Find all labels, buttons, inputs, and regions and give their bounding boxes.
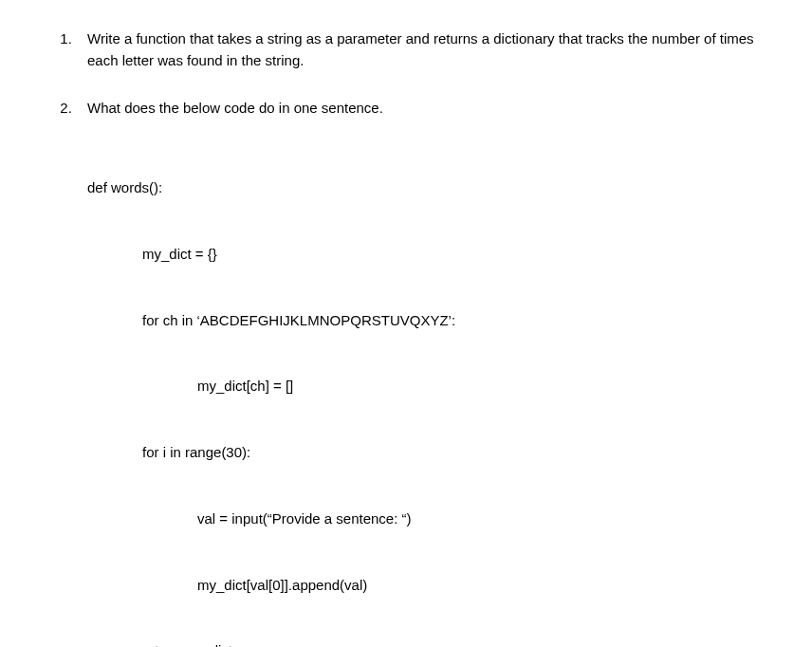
code-line: return my_dict [87, 639, 765, 647]
code-line: def words(): [87, 176, 765, 198]
question-item-2: What does the below code do in one sente… [76, 98, 765, 647]
code-line: my_dict = {} [87, 243, 765, 265]
question-list: Write a function that takes a string as … [47, 28, 765, 647]
question-prompt: Write a function that takes a string as … [87, 28, 765, 71]
code-line: for i in range(30): [87, 441, 765, 463]
question-item-1: Write a function that takes a string as … [76, 28, 765, 71]
question-prompt: What does the below code do in one sente… [87, 98, 765, 120]
code-line: val = input(“Provide a sentence: “) [87, 508, 765, 529]
code-line: for ch in ‘ABCDEFGHIJKLMNOPQRSTUVQXYZ’: [87, 309, 765, 331]
code-line: my_dict[val[0]].append(val) [87, 574, 765, 596]
code-line: my_dict[ch] = [] [87, 375, 765, 397]
code-block: def words(): my_dict = {} for ch in ‘ABC… [87, 133, 765, 648]
